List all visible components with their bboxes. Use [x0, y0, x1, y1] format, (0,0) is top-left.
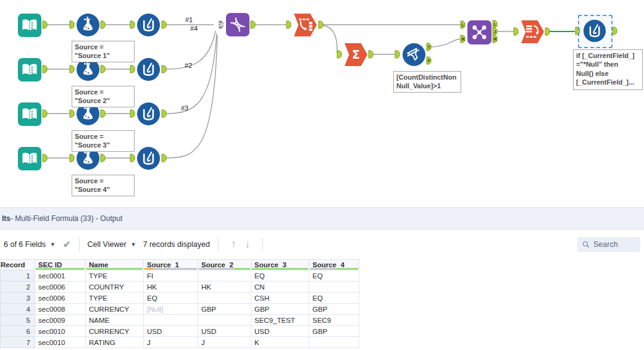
data-cell[interactable]: SEC9_TEST — [251, 315, 309, 326]
data-cell[interactable]: TYPE — [86, 293, 144, 304]
data-cell[interactable] — [309, 337, 359, 348]
data-cell[interactable]: EQ — [144, 293, 198, 304]
cell-viewer-dropdown[interactable]: Cell Viewer — [88, 240, 127, 249]
anchor[interactable] — [162, 65, 166, 73]
multi-field-formula-4-tool[interactable] — [137, 147, 160, 170]
data-cell[interactable]: RATING — [86, 337, 144, 348]
anchor[interactable] — [613, 27, 617, 35]
anchor[interactable] — [70, 65, 74, 73]
anchor[interactable] — [514, 28, 518, 35]
record-number-cell[interactable]: 5 — [1, 315, 35, 326]
chevron-down-icon[interactable]: ▼ — [50, 241, 56, 248]
column-header-name[interactable]: Name — [86, 260, 144, 270]
anchor[interactable] — [70, 21, 74, 28]
anchor[interactable] — [101, 65, 105, 73]
record-number-cell[interactable]: 2 — [1, 281, 35, 293]
workflow-canvas[interactable]: TFLRLJR #1#4#2#3Source = "Source 1"Sourc… — [0, 0, 644, 207]
anchor[interactable] — [319, 21, 323, 28]
anchor[interactable] — [369, 51, 373, 58]
annotation-source-4[interactable]: Source = "Source 4" — [72, 175, 135, 196]
data-cell[interactable] — [198, 270, 251, 281]
data-cell[interactable]: sec0010 — [35, 326, 86, 337]
annotation-filter[interactable]: [CountDistinctNonNull_Value]>1 — [393, 71, 461, 93]
anchor[interactable] — [43, 110, 47, 117]
anchor[interactable] — [286, 21, 291, 28]
anchor[interactable] — [43, 154, 47, 162]
data-cell[interactable]: CSH — [251, 293, 309, 304]
anchor[interactable] — [130, 21, 135, 28]
column-header-source-1[interactable]: Source_1 — [144, 260, 198, 270]
column-header-source-3[interactable]: Source_3 — [251, 260, 309, 270]
data-cell[interactable]: [Null] — [144, 304, 198, 315]
anchor[interactable] — [101, 110, 105, 117]
data-cell[interactable]: J — [198, 337, 251, 348]
column-header-record[interactable]: Record — [1, 260, 35, 270]
data-cell[interactable]: J — [144, 337, 198, 348]
column-header-source-2[interactable]: Source_2 — [198, 260, 251, 270]
record-number-cell[interactable]: 3 — [1, 293, 35, 304]
anchor[interactable] — [70, 154, 74, 162]
multi-field-formula-3-tool[interactable] — [137, 102, 160, 125]
data-cell[interactable]: CN — [251, 281, 309, 293]
data-cell[interactable]: GBP — [198, 304, 251, 315]
data-cell[interactable]: USD — [198, 326, 251, 337]
anchor[interactable] — [101, 154, 105, 162]
data-cell[interactable]: CURRENCY — [86, 326, 144, 337]
anchor[interactable] — [101, 21, 105, 28]
record-number-cell[interactable]: 6 — [1, 326, 35, 337]
data-cell[interactable]: USD — [144, 326, 198, 337]
input-data-3-tool[interactable] — [18, 102, 41, 126]
column-header-sec-id[interactable]: SEC ID — [35, 260, 86, 270]
anchor[interactable] — [545, 28, 550, 35]
anchor[interactable] — [130, 110, 135, 117]
anchor[interactable] — [337, 51, 341, 58]
data-cell[interactable]: EQ — [251, 270, 309, 281]
fields-dropdown[interactable]: 6 of 6 Fields — [4, 240, 46, 249]
search-input[interactable]: Search — [577, 237, 640, 252]
data-cell[interactable] — [198, 315, 251, 326]
anchor[interactable] — [43, 21, 47, 28]
data-cell[interactable]: HK — [144, 281, 198, 293]
data-cell[interactable]: FI — [144, 270, 198, 281]
chevron-down-icon[interactable]: ▼ — [131, 241, 136, 248]
data-cell[interactable]: USD — [251, 326, 309, 337]
input-data-4-tool[interactable] — [18, 147, 41, 170]
data-cell[interactable]: sec0008 — [35, 304, 86, 315]
join-tool[interactable] — [467, 20, 491, 44]
anchor[interactable] — [43, 65, 47, 73]
union-tool[interactable] — [226, 13, 249, 36]
annotation-output-formula[interactable]: if [_CurrentField_] ="*Null" then Null()… — [573, 49, 643, 90]
data-cell[interactable]: GBP — [309, 304, 359, 315]
data-cell[interactable]: COUNTRY — [86, 281, 144, 293]
scroll-down-icon[interactable]: ↓ — [245, 239, 250, 249]
data-cell[interactable]: EQ — [309, 293, 359, 304]
data-cell[interactable]: sec0001 — [35, 270, 86, 281]
anchor[interactable] — [130, 65, 135, 73]
record-number-cell[interactable]: 1 — [1, 270, 35, 281]
record-number-cell[interactable]: 7 — [1, 337, 35, 348]
data-cell[interactable]: SEC9 — [309, 315, 359, 326]
anchor[interactable] — [162, 154, 166, 162]
anchor[interactable] — [70, 110, 74, 117]
data-cell[interactable]: K — [251, 337, 309, 348]
anchor[interactable] — [395, 51, 399, 58]
data-cell[interactable]: sec0010 — [35, 337, 86, 348]
input-data-2-tool[interactable] — [18, 58, 41, 81]
formula-1-tool[interactable] — [77, 14, 99, 36]
scroll-up-icon[interactable]: ↑ — [231, 239, 236, 249]
multi-field-formula-output-tool[interactable] — [583, 20, 606, 42]
data-cell[interactable]: sec0006 — [35, 293, 86, 304]
annotation-source-3[interactable]: Source = "Source 3" — [72, 130, 135, 152]
data-cell[interactable]: sec0009 — [35, 315, 86, 326]
column-header-source-4[interactable]: Source_4 — [309, 260, 359, 270]
data-cell[interactable] — [309, 281, 359, 293]
data-cell[interactable]: CURRENCY — [86, 304, 144, 315]
annotation-source-2[interactable]: Source = "Source 2" — [72, 86, 135, 107]
data-cell[interactable] — [198, 293, 251, 304]
data-cell[interactable] — [144, 315, 198, 326]
anchor[interactable] — [162, 110, 166, 117]
input-data-1-tool[interactable] — [18, 14, 41, 37]
data-cell[interactable]: sec0006 — [35, 281, 86, 293]
annotation-source-1[interactable]: Source = "Source 1" — [72, 41, 135, 62]
anchor[interactable] — [162, 21, 166, 28]
